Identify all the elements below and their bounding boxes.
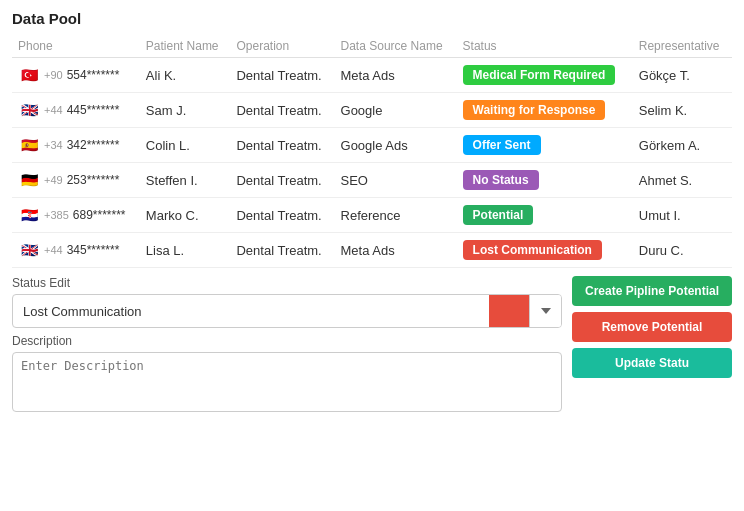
- representative: Ahmet S.: [633, 163, 732, 198]
- operation: Dental Treatm.: [230, 128, 334, 163]
- create-pipeline-button[interactable]: Create Pipline Potential: [572, 276, 732, 306]
- flag-icon: 🇪🇸: [18, 137, 40, 153]
- data-source: Google: [335, 93, 457, 128]
- flag-icon: 🇭🇷: [18, 207, 40, 223]
- patient-name: Sam J.: [140, 93, 231, 128]
- phone-number: 253*******: [67, 173, 120, 187]
- table-row[interactable]: 🇭🇷 +385 689******* Marko C.Dental Treatm…: [12, 198, 732, 233]
- status-cell: Lost Communication: [457, 233, 633, 268]
- chevron-down-icon: [541, 308, 551, 314]
- operation: Dental Treatm.: [230, 163, 334, 198]
- status-select-value: Lost Communication: [13, 298, 489, 325]
- select-arrow[interactable]: [529, 295, 561, 327]
- data-table: PhonePatient NameOperationData Source Na…: [12, 35, 732, 268]
- country-code: +44: [44, 104, 63, 116]
- country-code: +385: [44, 209, 69, 221]
- description-label: Description: [12, 334, 562, 348]
- operation: Dental Treatm.: [230, 233, 334, 268]
- right-buttons: Create Pipline Potential Remove Potentia…: [572, 276, 732, 378]
- status-select-row[interactable]: Lost Communication: [12, 294, 562, 328]
- country-code: +90: [44, 69, 63, 81]
- phone-cell: 🇭🇷 +385 689*******: [12, 198, 140, 233]
- status-badge[interactable]: Offer Sent: [463, 135, 541, 155]
- data-source: Meta Ads: [335, 233, 457, 268]
- patient-name: Steffen I.: [140, 163, 231, 198]
- flag-icon: 🇬🇧: [18, 102, 40, 118]
- status-badge[interactable]: No Status: [463, 170, 539, 190]
- flag-icon: 🇩🇪: [18, 172, 40, 188]
- status-indicator: [489, 295, 529, 327]
- phone-cell: 🇹🇷 +90 554*******: [12, 58, 140, 93]
- status-cell: Medical Form Required: [457, 58, 633, 93]
- update-status-button[interactable]: Update Statu: [572, 348, 732, 378]
- operation: Dental Treatm.: [230, 198, 334, 233]
- left-controls: Status Edit Lost Communication Descripti…: [12, 276, 562, 415]
- page-title: Data Pool: [12, 10, 732, 27]
- table-row[interactable]: 🇬🇧 +44 345******* Lisa L.Dental Treatm.M…: [12, 233, 732, 268]
- phone-number: 689*******: [73, 208, 126, 222]
- representative: Selim K.: [633, 93, 732, 128]
- representative: Umut I.: [633, 198, 732, 233]
- phone-cell: 🇬🇧 +44 345*******: [12, 233, 140, 268]
- status-badge[interactable]: Waiting for Response: [463, 100, 606, 120]
- country-code: +49: [44, 174, 63, 186]
- bottom-section: Status Edit Lost Communication Descripti…: [12, 276, 732, 415]
- phone-number: 445*******: [67, 103, 120, 117]
- remove-potential-button[interactable]: Remove Potential: [572, 312, 732, 342]
- patient-name: Colin L.: [140, 128, 231, 163]
- col-header-patient-name: Patient Name: [140, 35, 231, 58]
- patient-name: Lisa L.: [140, 233, 231, 268]
- status-edit-label: Status Edit: [12, 276, 562, 290]
- description-textarea[interactable]: [12, 352, 562, 412]
- phone-number: 342*******: [67, 138, 120, 152]
- phone-cell: 🇬🇧 +44 445*******: [12, 93, 140, 128]
- col-header-data-source-name: Data Source Name: [335, 35, 457, 58]
- phone-cell: 🇩🇪 +49 253*******: [12, 163, 140, 198]
- flag-icon: 🇹🇷: [18, 67, 40, 83]
- table-row[interactable]: 🇩🇪 +49 253******* Steffen I.Dental Treat…: [12, 163, 732, 198]
- status-badge[interactable]: Potential: [463, 205, 534, 225]
- col-header-operation: Operation: [230, 35, 334, 58]
- phone-number: 345*******: [67, 243, 120, 257]
- status-badge[interactable]: Medical Form Required: [463, 65, 616, 85]
- data-source: Reference: [335, 198, 457, 233]
- status-cell: Offer Sent: [457, 128, 633, 163]
- representative: Gökçe T.: [633, 58, 732, 93]
- phone-number: 554*******: [67, 68, 120, 82]
- data-source: Google Ads: [335, 128, 457, 163]
- status-cell: No Status: [457, 163, 633, 198]
- status-badge[interactable]: Lost Communication: [463, 240, 602, 260]
- representative: Duru C.: [633, 233, 732, 268]
- data-source: SEO: [335, 163, 457, 198]
- representative: Görkem A.: [633, 128, 732, 163]
- col-header-representative: Representative: [633, 35, 732, 58]
- operation: Dental Treatm.: [230, 93, 334, 128]
- status-cell: Potential: [457, 198, 633, 233]
- table-row[interactable]: 🇪🇸 +34 342******* Colin L.Dental Treatm.…: [12, 128, 732, 163]
- data-source: Meta Ads: [335, 58, 457, 93]
- operation: Dental Treatm.: [230, 58, 334, 93]
- flag-icon: 🇬🇧: [18, 242, 40, 258]
- col-header-status: Status: [457, 35, 633, 58]
- patient-name: Ali K.: [140, 58, 231, 93]
- col-header-phone: Phone: [12, 35, 140, 58]
- table-row[interactable]: 🇹🇷 +90 554******* Ali K.Dental Treatm.Me…: [12, 58, 732, 93]
- phone-cell: 🇪🇸 +34 342*******: [12, 128, 140, 163]
- country-code: +44: [44, 244, 63, 256]
- table-row[interactable]: 🇬🇧 +44 445******* Sam J.Dental Treatm.Go…: [12, 93, 732, 128]
- country-code: +34: [44, 139, 63, 151]
- status-cell: Waiting for Response: [457, 93, 633, 128]
- patient-name: Marko C.: [140, 198, 231, 233]
